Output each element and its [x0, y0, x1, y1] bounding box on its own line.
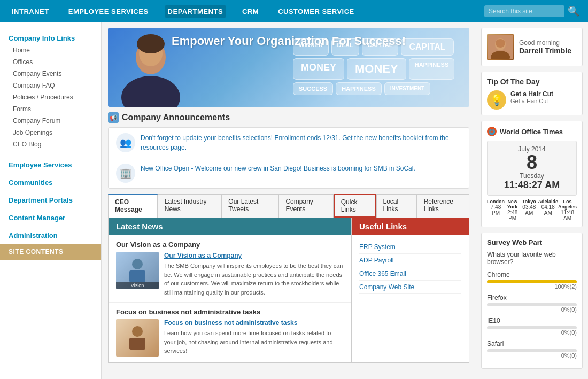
announce-link-benefits[interactable]: Don't forget to update your benefits sel…: [141, 134, 449, 151]
nav-intranet[interactable]: INTRANET: [9, 5, 52, 18]
search-input[interactable]: [484, 5, 564, 17]
announce-text-office: New Office Open - Welcome our new crew i…: [141, 164, 415, 173]
nav-customer-service[interactable]: CUSTOMER SERVICE: [275, 5, 358, 18]
svg-point-3: [137, 34, 165, 53]
tab-ceo-message[interactable]: CEO Message: [108, 194, 158, 218]
tip-bulb-icon: 💡: [487, 90, 506, 110]
announce-link-office[interactable]: New Office Open - Welcome our new crew i…: [141, 165, 415, 172]
profile-info: Good morning Darrell Trimble: [519, 39, 571, 55]
useful-link-adp[interactable]: ADP Payroll: [359, 254, 461, 267]
announcements-title: Company Announcements: [122, 113, 230, 122]
banner-box-deal: DEAL: [331, 38, 359, 56]
banner-box-money1: MONEY: [293, 58, 344, 80]
nav-employee-services[interactable]: EMPLOYEE SERVICES: [65, 5, 152, 18]
tip-content: 💡 Get a Hair Cut Get a Hair Cut: [487, 90, 577, 110]
banner-box-money2: MONEY: [347, 58, 406, 80]
search-button[interactable]: 🔍: [568, 5, 579, 17]
svg-point-4: [132, 259, 143, 269]
sidebar-item-forum[interactable]: Company Forum: [0, 115, 101, 127]
sidebar-item-ceo-blog[interactable]: CEO Blog: [0, 138, 101, 150]
news-body-focus: Focus on business not administrative tas…: [116, 319, 344, 357]
survey-item-safari: Safari 0%(0): [487, 340, 577, 359]
tab-latest-news[interactable]: Latest Industry News: [158, 194, 222, 218]
news-body-text-focus: Learn how you can spend more time focuse…: [164, 329, 344, 355]
tab-reference-links[interactable]: Reference Links: [417, 194, 469, 218]
nav-departments[interactable]: DEPARTMENTS: [165, 5, 226, 18]
tab-right-panel: Useful Links ERP System ADP Payroll Offi…: [352, 218, 469, 363]
tip-text: Get a Hair Cut Get a Hair Cut: [510, 90, 553, 104]
banner-boxes: WINNER DEAL CAPITAL CAPITAL MONEY MONEY …: [293, 38, 464, 95]
city-adelaide: Adelaide 04:18 AM: [538, 199, 558, 221]
announce-item-benefits: 👥 Don't forget to update your benefits s…: [109, 128, 469, 158]
announce-icon-benefits: 👥: [116, 133, 135, 152]
sidebar-department-portals[interactable]: Department Portals: [0, 191, 101, 206]
svg-point-11: [496, 39, 505, 48]
top-navigation: INTRANET EMPLOYEE SERVICES DEPARTMENTS C…: [0, 0, 588, 22]
useful-link-erp[interactable]: ERP System: [359, 241, 461, 254]
sidebar-employee-services[interactable]: Employee Services: [0, 156, 101, 171]
survey-question: Whats your favorite web browser?: [487, 251, 577, 266]
news-img-placeholder-focus: [116, 319, 159, 357]
page-layout: Company Info Links Home Offices Company …: [0, 22, 588, 379]
profile-card: Good morning Darrell Trimble: [481, 28, 583, 66]
survey-pct-chrome: 100%(2): [487, 283, 577, 290]
world-times-card: 🌐 World Office Times July 2014 8 Tuesday…: [481, 121, 583, 227]
profile-name: Darrell Trimble: [519, 47, 571, 55]
tip-item-title: Get a Hair Cut: [510, 90, 553, 98]
sidebar-item-policies[interactable]: Policies / Procedures: [0, 91, 101, 103]
tabs-bar: CEO Message Latest Industry News Our Lat…: [108, 194, 469, 218]
sidebar-content-manager[interactable]: Content Manager: [0, 208, 101, 224]
news-text-vision: Our Vision as a Company The SMB Company …: [164, 252, 344, 297]
survey-title: Survey Web Part: [487, 238, 577, 246]
announcements-header: 📢 Company Announcements: [108, 112, 469, 123]
world-times-title: World Office Times: [500, 128, 563, 136]
clock-weekday: Tuesday: [492, 172, 572, 180]
tab-left-panel: Latest News Our Vision as a Company Visi…: [108, 218, 352, 363]
announce-icon-office: 🏢: [116, 164, 135, 183]
survey-pct-firefox: 0%(0): [487, 306, 577, 313]
survey-card: Survey Web Part Whats your favorite web …: [481, 233, 583, 369]
world-times-header: 🌐 World Office Times: [487, 127, 577, 136]
news-item-focus: Focus on business not administrative tas…: [109, 303, 351, 362]
profile-greeting: Good morning: [519, 39, 571, 47]
banner-box-capital1: CAPITAL: [362, 38, 399, 56]
useful-link-website[interactable]: Company Web Site: [359, 281, 461, 294]
search-area: 🔍: [484, 5, 579, 17]
sidebar-item-forms[interactable]: Forms: [0, 103, 101, 115]
tab-tweets[interactable]: Our Latest Tweets: [221, 194, 278, 218]
sidebar-item-home[interactable]: Home: [0, 44, 101, 56]
city-newyork: NewYork 2:48 PM: [505, 199, 520, 221]
tab-local-links[interactable]: Local Links: [376, 194, 417, 218]
tab-content: Latest News Our Vision as a Company Visi…: [108, 218, 469, 363]
sidebar-administration[interactable]: Administration: [0, 226, 101, 242]
banner-box-happiness1: HAPPINESS: [409, 58, 455, 80]
svg-rect-7: [129, 338, 145, 350]
news-img-focus: [116, 319, 159, 357]
useful-links-list: ERP System ADP Payroll Office 365 Email …: [352, 235, 469, 299]
banner-person: [108, 28, 194, 107]
sidebar-communities[interactable]: Communities: [0, 173, 101, 189]
survey-pct-safari: 0%(0): [487, 352, 577, 359]
nav-crm[interactable]: CRM: [239, 5, 262, 18]
banner-box-investment: INVESTMENT: [384, 82, 430, 95]
sidebar-site-contents[interactable]: SITE CONTENTS: [0, 244, 101, 260]
tab-quick-links[interactable]: Quick Links: [334, 194, 376, 218]
useful-link-office365[interactable]: Office 365 Email: [359, 267, 461, 281]
survey-item-firefox: Firefox 0%(0): [487, 294, 577, 313]
sidebar-item-offices[interactable]: Offices: [0, 56, 101, 68]
tip-item-body: Get a Hair Cut: [510, 98, 553, 104]
city-london: London 7:48 PM: [487, 199, 505, 221]
news-link-vision[interactable]: Our Vision as a Company: [164, 252, 344, 259]
sidebar-item-jobs[interactable]: Job Openings: [0, 127, 101, 138]
banner: Empower Your Organization For Success! W…: [108, 28, 469, 107]
sidebar-company-info[interactable]: Company Info Links: [0, 29, 101, 44]
tab-company-events[interactable]: Company Events: [278, 194, 333, 218]
sidebar-item-company-events[interactable]: Company Events: [0, 68, 101, 80]
sidebar-item-company-faq[interactable]: Company FAQ: [0, 80, 101, 91]
clock-display: July 2014 8 Tuesday 11:48:27 AM: [487, 141, 577, 196]
news-link-focus[interactable]: Focus on business not administrative tas…: [164, 319, 344, 327]
world-icon: 🌐: [487, 127, 497, 136]
news-text-focus: Focus on business not administrative tas…: [164, 319, 344, 357]
survey-item-chrome: Chrome 100%(2): [487, 271, 577, 290]
avatar: [487, 34, 514, 60]
